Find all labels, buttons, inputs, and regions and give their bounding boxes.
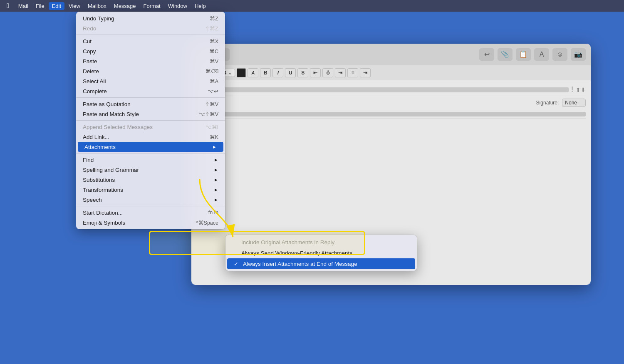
separator-3 xyxy=(76,120,225,121)
chevron-icon2: ⌄ xyxy=(228,70,232,76)
menu-item-label: Redo xyxy=(83,25,96,32)
shortcut-paste: ⌘V xyxy=(210,58,218,64)
shortcut-emoji: ^⌘Space xyxy=(196,220,218,226)
submenu-item-windows-friendly[interactable]: Always Send Windows-Friendly Attachments xyxy=(225,248,417,258)
mailbox-menu-item[interactable]: Mailbox xyxy=(84,2,110,10)
check-include-original xyxy=(232,239,238,245)
menu-item-delete[interactable]: Delete ⌘⌫ xyxy=(76,66,225,76)
indent-button[interactable]: ⇥ xyxy=(360,68,371,77)
menu-item-paste-match[interactable]: Paste and Match Style ⌥⇧⌘V xyxy=(76,109,225,119)
menu-item-attachments[interactable]: Attachments ► xyxy=(78,142,223,152)
shortcut-redo: ⇧⌘Z xyxy=(205,25,218,32)
shortcut-add-link: ⌘K xyxy=(210,134,218,140)
format-menu-item[interactable]: Format xyxy=(140,2,164,10)
substitutions-arrow-icon: ► xyxy=(214,177,218,182)
align-right-button[interactable]: ⇥ xyxy=(335,68,346,77)
expand-button[interactable]: ! xyxy=(571,85,573,94)
format-bar: Arial ⌄ 14 ⌄ A B I U S ⇤ ♁ ⇥ ≡ ⇥ xyxy=(191,65,591,80)
window-menu-item[interactable]: Window xyxy=(165,2,191,10)
menu-item-select-all[interactable]: Select All ⌘A xyxy=(76,76,225,86)
shortcut-copy: ⌘C xyxy=(209,48,218,54)
shortcut-append: ⌥⌘I xyxy=(206,124,218,130)
align-center-button[interactable]: ♁ xyxy=(322,68,333,77)
mail-menu-item[interactable]: Mail xyxy=(15,2,32,10)
menu-item-label: Attachments xyxy=(84,144,116,150)
submenu-arrow-icon: ► xyxy=(212,144,217,149)
menu-item-label: Emoji & Symbols xyxy=(83,220,125,226)
to-field[interactable] xyxy=(196,87,569,92)
font-button[interactable]: A xyxy=(534,48,549,61)
menu-item-label: Transformations xyxy=(83,187,123,193)
shortcut-paste-quotation: ⇧⌘V xyxy=(205,101,218,107)
photo-button[interactable]: 📷 xyxy=(571,48,586,61)
menu-item-copy[interactable]: Copy ⌘C xyxy=(76,46,225,56)
menubar:  Mail File Edit View Mailbox Message Fo… xyxy=(0,0,624,12)
signature-label: Signature: xyxy=(536,100,559,106)
menu-item-label: Start Dictation... xyxy=(83,210,123,216)
edit-menu-item[interactable]: Edit xyxy=(49,2,64,10)
menu-item-speech[interactable]: Speech ► xyxy=(76,195,225,205)
menu-item-redo[interactable]: Redo ⇧⌘Z xyxy=(76,23,225,33)
menu-item-paste-quotation[interactable]: Paste as Quotation ⇧⌘V xyxy=(76,99,225,109)
submenu-item-label: Always Send Windows-Friendly Attachments xyxy=(241,250,352,256)
menu-item-label: Paste xyxy=(83,58,97,64)
help-menu-item[interactable]: Help xyxy=(191,2,209,10)
menu-item-substitutions[interactable]: Substitutions ► xyxy=(76,175,225,185)
menu-item-start-dictation[interactable]: Start Dictation... fn fn xyxy=(76,208,225,218)
menu-item-complete[interactable]: Complete ⌥↩ xyxy=(76,86,225,96)
apple-menu-item[interactable]:  xyxy=(3,1,12,10)
separator-5 xyxy=(76,206,225,206)
menu-item-cut[interactable]: Cut ⌘X xyxy=(76,36,225,46)
align-left-button[interactable]: ⇤ xyxy=(310,68,321,77)
menu-item-find[interactable]: Find ► xyxy=(76,155,225,165)
reply-button[interactable]: ↩ xyxy=(479,48,494,61)
menu-item-label: Spelling and Grammar xyxy=(83,167,139,173)
shortcut-delete: ⌘⌫ xyxy=(206,68,218,74)
menu-item-label: Delete xyxy=(83,68,99,74)
menu-item-emoji[interactable]: Emoji & Symbols ^⌘Space xyxy=(76,218,225,228)
strikethrough-button[interactable]: S xyxy=(297,68,308,77)
underline-button[interactable]: U xyxy=(285,68,296,77)
menu-item-undo-typing[interactable]: Undo Typing ⌘Z xyxy=(76,13,225,23)
view-menu-item[interactable]: View xyxy=(65,2,84,10)
check-insert-end: ✓ xyxy=(234,261,240,267)
submenu-item-insert-end[interactable]: ✓ Always Insert Attachments at End of Me… xyxy=(227,258,415,269)
menu-item-paste[interactable]: Paste ⌘V xyxy=(76,56,225,66)
menu-item-label: Speech xyxy=(83,197,102,203)
menu-item-append-messages[interactable]: Append Selected Messages ⌥⌘I xyxy=(76,122,225,132)
menu-item-label: Paste and Match Style xyxy=(83,111,139,117)
subject-field-row: ct: xyxy=(196,109,586,119)
emoji-button[interactable]: ☺ xyxy=(552,48,567,61)
menu-item-label: Copy xyxy=(83,48,96,54)
to-field-row: ! ⬆⬇ xyxy=(196,84,586,96)
italic-button[interactable]: I xyxy=(272,68,283,77)
shortcut-cut: ⌘X xyxy=(210,38,218,45)
menu-item-label: Paste as Quotation xyxy=(83,101,131,107)
message-menu-item[interactable]: Message xyxy=(111,2,139,10)
transformations-arrow-icon: ► xyxy=(214,187,218,192)
text-color-swatch[interactable] xyxy=(237,68,246,77)
spelling-arrow-icon: ► xyxy=(214,167,218,172)
shortcut-dictation: fn fn xyxy=(208,210,218,215)
attachment-button[interactable]: 📎 xyxy=(498,48,513,61)
speech-arrow-icon: ► xyxy=(214,197,218,202)
menu-item-label: Undo Typing xyxy=(83,15,114,22)
attachments-submenu: Include Original Attachments in Reply Al… xyxy=(225,235,417,271)
menu-item-spelling[interactable]: Spelling and Grammar ► xyxy=(76,165,225,175)
bold-button[interactable]: B xyxy=(260,68,271,77)
subject-field[interactable] xyxy=(211,112,586,116)
attachment2-button[interactable]: 📋 xyxy=(516,48,531,61)
separator-1 xyxy=(76,35,225,35)
submenu-item-include-original[interactable]: Include Original Attachments in Reply xyxy=(225,237,417,248)
separator-2 xyxy=(76,97,225,98)
signature-select[interactable]: None xyxy=(562,99,586,107)
menu-item-add-link[interactable]: Add Link... ⌘K xyxy=(76,132,225,142)
file-menu-item[interactable]: File xyxy=(32,2,48,10)
stepper-button[interactable]: ⬆⬇ xyxy=(576,87,586,93)
menu-item-label: Append Selected Messages xyxy=(83,124,153,130)
eraser-button[interactable]: A xyxy=(248,68,258,77)
signature-row: Signature: None xyxy=(196,96,586,109)
list-style-button[interactable]: ≡ xyxy=(347,68,358,77)
menu-item-transformations[interactable]: Transformations ► xyxy=(76,185,225,195)
find-arrow-icon: ► xyxy=(214,157,218,162)
